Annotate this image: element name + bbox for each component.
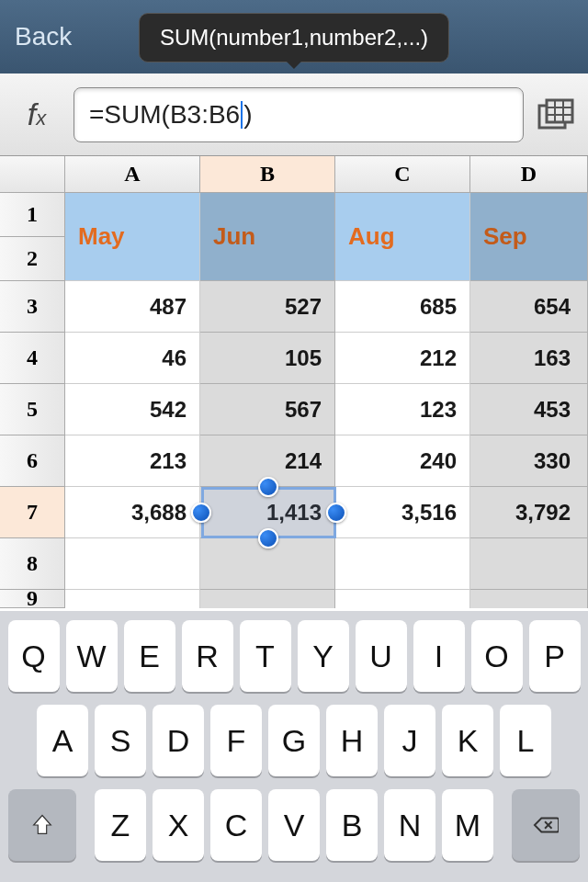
cell-B5[interactable]: 567 — [200, 384, 335, 435]
key-W[interactable]: W — [66, 620, 118, 692]
key-V[interactable]: V — [268, 789, 320, 861]
spreadsheet[interactable]: A B C D 1 2 3 4 5 6 7 8 9 May Jun Aug Se… — [0, 156, 588, 611]
key-P[interactable]: P — [529, 620, 581, 692]
cell-C8[interactable] — [335, 538, 470, 590]
key-M[interactable]: M — [442, 789, 493, 861]
key-K[interactable]: K — [442, 705, 493, 776]
function-hint-tooltip: SUM(number1,number2,...) — [139, 13, 449, 62]
grid[interactable]: May Jun Aug Sep 487 527 685 654 46 105 2… — [65, 193, 588, 608]
row-header-2[interactable]: 2 — [0, 237, 65, 281]
svg-rect-1 — [547, 100, 572, 122]
cell-A9[interactable] — [65, 590, 200, 608]
cell-D-header[interactable]: Sep — [470, 193, 588, 281]
key-B[interactable]: B — [326, 789, 378, 861]
formula-input[interactable]: =SUM(B3:B6) — [74, 87, 524, 142]
row-6: 213 214 240 330 — [65, 435, 588, 487]
col-header-D[interactable]: D — [470, 156, 588, 193]
row-header-3[interactable]: 3 — [0, 281, 65, 333]
key-Q[interactable]: Q — [8, 620, 60, 692]
cell-A5[interactable]: 542 — [65, 384, 200, 435]
row-header-8[interactable]: 8 — [0, 538, 65, 590]
row-9 — [65, 590, 588, 608]
text-cursor — [241, 101, 243, 129]
row-header-5[interactable]: 5 — [0, 384, 65, 435]
back-button[interactable]: Back — [15, 22, 72, 51]
selection-handle-bottom[interactable] — [258, 528, 278, 548]
cell-C-header[interactable]: Aug — [335, 193, 470, 281]
selection-handle-top[interactable] — [258, 477, 278, 497]
row-header-9[interactable]: 9 — [0, 590, 65, 608]
cell-C9[interactable] — [335, 590, 470, 608]
cell-A6[interactable]: 213 — [65, 435, 200, 487]
cell-A8[interactable] — [65, 538, 200, 590]
row-5: 542 567 123 453 — [65, 384, 588, 435]
key-H[interactable]: H — [326, 705, 378, 776]
cell-D9[interactable] — [470, 590, 588, 608]
key-A[interactable]: A — [37, 705, 88, 776]
cell-A4[interactable]: 46 — [65, 333, 200, 384]
formula-text-suffix: ) — [243, 100, 252, 130]
key-E[interactable]: E — [124, 620, 175, 692]
cell-B3[interactable]: 527 — [200, 281, 335, 333]
cell-A-header[interactable]: May — [65, 193, 200, 281]
key-J[interactable]: J — [384, 705, 435, 776]
formula-bar: fx =SUM(B3:B6) — [0, 74, 588, 156]
key-Y[interactable]: Y — [298, 620, 349, 692]
key-shift[interactable] — [8, 789, 76, 861]
selection-handle-left[interactable] — [191, 503, 211, 523]
fx-icon: fx — [9, 96, 64, 132]
key-R[interactable]: R — [182, 620, 233, 692]
key-N[interactable]: N — [384, 789, 435, 861]
col-header-B[interactable]: B — [200, 156, 335, 193]
key-U[interactable]: U — [356, 620, 407, 692]
row-header-7[interactable]: 7 — [0, 487, 65, 538]
key-G[interactable]: G — [268, 705, 320, 776]
cell-D4[interactable]: 163 — [470, 333, 588, 384]
cell-C3[interactable]: 685 — [335, 281, 470, 333]
cell-D3[interactable]: 654 — [470, 281, 588, 333]
keyboard-row-1: Q W E R T Y U I O P — [6, 620, 582, 692]
cell-B4[interactable]: 105 — [200, 333, 335, 384]
cell-B-header[interactable]: Jun — [200, 193, 335, 281]
navbar: Back SUM(number1,number2,...) — [0, 0, 588, 74]
cell-C7[interactable]: 3,516 — [335, 487, 470, 538]
cell-B9[interactable] — [200, 590, 335, 608]
cell-A7[interactable]: 3,688 — [65, 487, 200, 538]
formula-text-prefix: =SUM(B3:B6 — [89, 100, 240, 130]
column-headers: A B C D — [0, 156, 588, 193]
cell-C5[interactable]: 123 — [335, 384, 470, 435]
cell-A3[interactable]: 487 — [65, 281, 200, 333]
cell-D6[interactable]: 330 — [470, 435, 588, 487]
cell-C4[interactable]: 212 — [335, 333, 470, 384]
cell-C6[interactable]: 240 — [335, 435, 470, 487]
cell-D5[interactable]: 453 — [470, 384, 588, 435]
row-header-6[interactable]: 6 — [0, 435, 65, 487]
key-backspace[interactable] — [512, 789, 580, 861]
key-I[interactable]: I — [413, 620, 465, 692]
row-4: 46 105 212 163 — [65, 333, 588, 384]
cell-D8[interactable] — [470, 538, 588, 590]
key-T[interactable]: T — [240, 620, 291, 692]
cell-D7[interactable]: 3,792 — [470, 487, 588, 538]
col-header-A[interactable]: A — [65, 156, 200, 193]
row-3: 487 527 685 654 — [65, 281, 588, 333]
key-C[interactable]: C — [210, 789, 262, 861]
col-header-C[interactable]: C — [335, 156, 470, 193]
row-headers: 1 2 3 4 5 6 7 8 9 — [0, 193, 65, 608]
key-S[interactable]: S — [95, 705, 146, 776]
key-D[interactable]: D — [153, 705, 204, 776]
row-header-4[interactable]: 4 — [0, 333, 65, 384]
key-F[interactable]: F — [210, 705, 262, 776]
selection-handle-right[interactable] — [326, 503, 346, 523]
keyboard-row-2: A S D F G H J K L — [6, 705, 582, 776]
corner-cell[interactable] — [0, 156, 65, 193]
key-Z[interactable]: Z — [95, 789, 146, 861]
sheets-icon[interactable] — [533, 95, 579, 135]
keyboard-row-3: Z X C V B N M — [6, 789, 582, 861]
row-header-1[interactable]: 1 — [0, 193, 65, 237]
row-8 — [65, 538, 588, 590]
key-O[interactable]: O — [471, 620, 523, 692]
key-X[interactable]: X — [153, 789, 204, 861]
key-L[interactable]: L — [500, 705, 551, 776]
keyboard: Q W E R T Y U I O P A S D F G H J K L Z … — [0, 611, 588, 882]
